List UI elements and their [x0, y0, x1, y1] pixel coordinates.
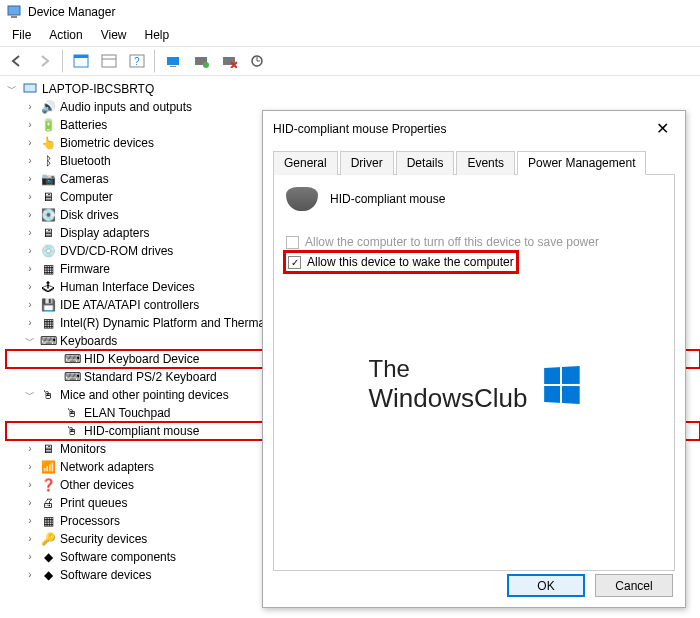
device-category-icon: 👆: [40, 135, 56, 151]
caret-right-icon[interactable]: ›: [24, 152, 36, 170]
show-hidden-button[interactable]: [68, 49, 94, 73]
caret-right-icon[interactable]: ›: [24, 98, 36, 116]
device-category-icon: 🖥: [40, 189, 56, 205]
caret-right-icon[interactable]: ›: [24, 458, 36, 476]
back-button[interactable]: [4, 49, 30, 73]
device-name: HID-compliant mouse: [330, 192, 445, 206]
dialog-title: HID-compliant mouse Properties: [273, 122, 446, 136]
toolbar-separator: [154, 49, 156, 73]
ok-button[interactable]: OK: [507, 574, 585, 597]
menu-view[interactable]: View: [93, 26, 135, 44]
tab-general[interactable]: General: [273, 151, 338, 175]
device-category-icon: ❓: [40, 477, 56, 493]
uninstall-button[interactable]: [216, 49, 242, 73]
category-label: Bluetooth: [60, 152, 111, 170]
device-category-icon: 🔑: [40, 531, 56, 547]
caret-right-icon[interactable]: ›: [24, 134, 36, 152]
caret-right-icon[interactable]: ›: [24, 494, 36, 512]
tab-events[interactable]: Events: [456, 151, 515, 175]
device-category-icon: 🔊: [40, 99, 56, 115]
device-category-icon: 💽: [40, 207, 56, 223]
app-title: Device Manager: [28, 5, 115, 19]
caret-down-icon[interactable]: ﹀: [24, 386, 36, 404]
mouse-icon: 🖱: [64, 405, 80, 421]
caret-right-icon[interactable]: ›: [24, 206, 36, 224]
svg-rect-1: [11, 16, 17, 18]
computer-icon: [22, 81, 38, 97]
close-button[interactable]: ✕: [650, 119, 675, 138]
menu-file[interactable]: File: [4, 26, 39, 44]
category-label: Display adapters: [60, 224, 149, 242]
caret-right-icon[interactable]: ›: [24, 278, 36, 296]
category-label: Batteries: [60, 116, 107, 134]
category-label: Other devices: [60, 476, 134, 494]
caret-right-icon[interactable]: ›: [24, 314, 36, 332]
scan-hardware-button[interactable]: [160, 49, 186, 73]
caret-right-icon[interactable]: ›: [24, 566, 36, 584]
checkbox-icon: [286, 236, 299, 249]
caret-right-icon[interactable]: ›: [24, 242, 36, 260]
category-label: Monitors: [60, 440, 106, 458]
windows-flag-icon: [545, 366, 581, 404]
category-label: Processors: [60, 512, 120, 530]
caret-right-icon[interactable]: ›: [24, 170, 36, 188]
menu-help[interactable]: Help: [137, 26, 178, 44]
mouse-icon: [286, 187, 318, 211]
tab-power-management[interactable]: Power Management: [517, 151, 646, 175]
device-category-icon: 🖱: [40, 387, 56, 403]
caret-down-icon[interactable]: ﹀: [24, 332, 36, 350]
checkbox-label: Allow the computer to turn off this devi…: [305, 235, 599, 249]
svg-rect-8: [167, 57, 179, 65]
checkbox-allow-turnoff: Allow the computer to turn off this devi…: [286, 235, 662, 249]
device-label: Standard PS/2 Keyboard: [84, 368, 217, 386]
category-label: Computer: [60, 188, 113, 206]
svg-point-11: [203, 62, 209, 68]
device-category-icon: 🕹: [40, 279, 56, 295]
caret-down-icon[interactable]: ﹀: [6, 80, 18, 98]
svg-rect-0: [8, 6, 20, 15]
device-category-icon: 🔋: [40, 117, 56, 133]
checkbox-allow-wake[interactable]: ✓ Allow this device to wake the computer: [288, 255, 514, 269]
caret-right-icon[interactable]: ›: [24, 296, 36, 314]
device-category-icon: ⌨: [40, 333, 56, 349]
category-label: Software devices: [60, 566, 151, 584]
device-category-icon: ▦: [40, 315, 56, 331]
mouse-icon: 🖱: [64, 423, 80, 439]
device-category-icon: ◆: [40, 549, 56, 565]
device-category-icon: 🖨: [40, 495, 56, 511]
caret-right-icon[interactable]: ›: [24, 440, 36, 458]
forward-button[interactable]: [32, 49, 58, 73]
category-label: Cameras: [60, 170, 109, 188]
tab-driver[interactable]: Driver: [340, 151, 394, 175]
titlebar: Device Manager: [0, 0, 700, 24]
watermark-text: The WindowsClub: [369, 355, 528, 414]
watermark-line1: The: [369, 355, 528, 383]
caret-right-icon[interactable]: ›: [24, 548, 36, 566]
caret-right-icon[interactable]: ›: [24, 260, 36, 278]
caret-right-icon[interactable]: ›: [24, 188, 36, 206]
tab-panel-power: HID-compliant mouse Allow the computer t…: [273, 175, 675, 571]
device-label: HID-compliant mouse: [84, 422, 199, 440]
category-label: Biometric devices: [60, 134, 154, 152]
category-label: Security devices: [60, 530, 147, 548]
device-category-icon: 💿: [40, 243, 56, 259]
device-label: ELAN Touchpad: [84, 404, 171, 422]
menu-action[interactable]: Action: [41, 26, 90, 44]
toolbar: ?: [0, 46, 700, 76]
tree-root[interactable]: ﹀ LAPTOP-IBCSBRTQ: [6, 80, 700, 98]
properties-button[interactable]: [96, 49, 122, 73]
category-label: Print queues: [60, 494, 127, 512]
cancel-button[interactable]: Cancel: [595, 574, 673, 597]
svg-text:?: ?: [134, 56, 140, 67]
add-legacy-button[interactable]: [188, 49, 214, 73]
help-button[interactable]: ?: [124, 49, 150, 73]
caret-right-icon[interactable]: ›: [24, 116, 36, 134]
caret-right-icon[interactable]: ›: [24, 530, 36, 548]
device-label: HID Keyboard Device: [84, 350, 199, 368]
tab-details[interactable]: Details: [396, 151, 455, 175]
caret-right-icon[interactable]: ›: [24, 512, 36, 530]
device-category-icon: ◆: [40, 567, 56, 583]
caret-right-icon[interactable]: ›: [24, 224, 36, 242]
caret-right-icon[interactable]: ›: [24, 476, 36, 494]
update-driver-button[interactable]: [244, 49, 270, 73]
